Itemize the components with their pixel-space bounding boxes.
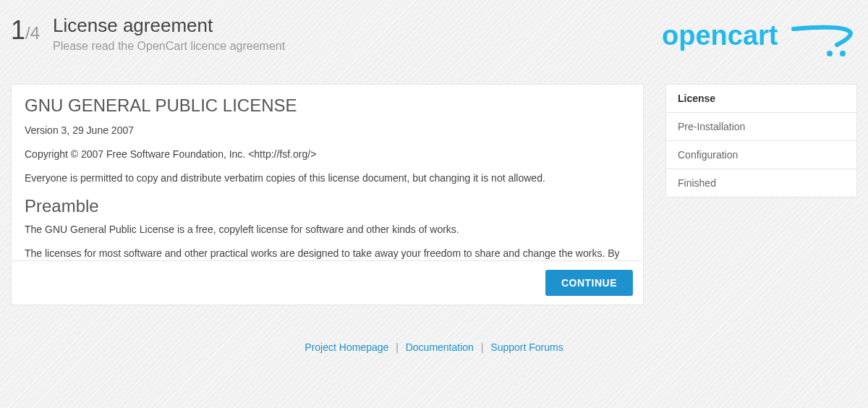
- license-text-area[interactable]: GNU GENERAL PUBLIC LICENSE Version 3, 29…: [11, 84, 644, 261]
- step-license: License: [666, 85, 856, 113]
- license-copyright: Copyright © 2007 Free Software Foundatio…: [25, 147, 630, 162]
- continue-button[interactable]: CONTINUE: [545, 270, 633, 296]
- page-title: License agreement: [53, 14, 285, 37]
- license-version: Version 3, 29 June 2007: [25, 123, 630, 138]
- preamble-p1: The GNU General Public License is a free…: [25, 222, 630, 237]
- step-finished: Finished: [666, 169, 856, 197]
- step-total: /4: [25, 23, 40, 43]
- preamble-heading: Preamble: [25, 196, 630, 216]
- svg-point-2: [840, 51, 846, 56]
- svg-text:opencart: opencart: [662, 20, 778, 51]
- svg-point-1: [827, 51, 833, 56]
- install-steps-list: License Pre-Installation Configuration F…: [665, 84, 857, 197]
- step-current: 1: [11, 15, 25, 45]
- license-permission: Everyone is permitted to copy and distri…: [25, 171, 630, 186]
- separator: |: [396, 341, 399, 353]
- preamble-p2: The licenses for most software and other…: [25, 246, 630, 261]
- step-configuration: Configuration: [666, 141, 856, 169]
- link-support-forums[interactable]: Support Forums: [490, 341, 563, 353]
- separator: |: [481, 341, 484, 353]
- step-pre-installation: Pre-Installation: [666, 113, 856, 141]
- opencart-logo: opencart: [662, 14, 857, 62]
- footer: Project Homepage | Documentation | Suppo…: [11, 341, 857, 367]
- link-project-homepage[interactable]: Project Homepage: [305, 341, 388, 353]
- license-heading: GNU GENERAL PUBLIC LICENSE: [25, 95, 630, 116]
- step-indicator: 1/4: [11, 14, 40, 43]
- page-subtitle: Please read the OpenCart licence agreeme…: [53, 40, 285, 53]
- button-bar: CONTINUE: [11, 261, 644, 305]
- link-documentation[interactable]: Documentation: [406, 341, 474, 353]
